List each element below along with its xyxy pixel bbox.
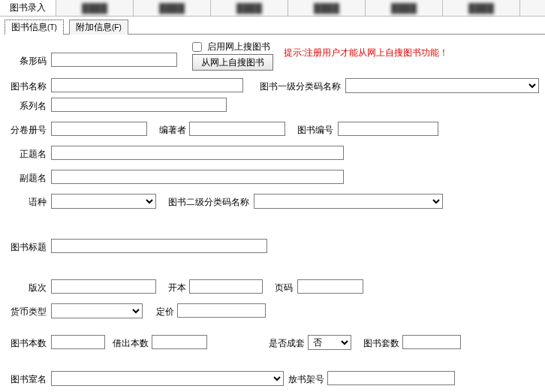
input-barcode[interactable] [51, 53, 177, 67]
label-bookname: 图书名称 [5, 80, 47, 93]
top-tab-active-label: 图书录入 [10, 2, 46, 14]
form-area: 启用网上搜图书 从网上自搜图书 提示:注册用户才能从网上自搜图书功能！ 条形码 … [0, 36, 545, 392]
label-room: 图书室名 [5, 372, 47, 386]
top-tab-blur[interactable]: ████ [366, 0, 443, 16]
input-pages[interactable] [297, 279, 363, 294]
label-barcode: 条形码 [5, 54, 47, 68]
input-bookno[interactable] [338, 122, 438, 136]
select-cat2[interactable] [254, 194, 443, 209]
label-lent: 借出本数 [111, 336, 149, 350]
tab-extra-info[interactable]: 附加信息(F) [69, 20, 128, 35]
select-currency[interactable] [51, 303, 143, 318]
label-series: 系列名 [5, 99, 47, 113]
input-volno[interactable] [51, 122, 147, 136]
top-tab-blur[interactable]: ████ [134, 0, 211, 16]
top-tab-bar: 图书录入 ████ ████ ████ ████ ████ ████ [0, 0, 545, 17]
enable-online-search-checkbox-wrap[interactable]: 启用网上搜图书 [192, 41, 270, 53]
tab-book-info-label: 图书信息 [11, 22, 47, 32]
select-isset[interactable]: 否 [308, 335, 351, 350]
input-format[interactable] [189, 279, 263, 294]
input-author[interactable] [189, 122, 285, 136]
input-copies[interactable] [51, 335, 105, 349]
label-author: 编著者 [153, 123, 186, 137]
input-shelf[interactable] [327, 371, 455, 385]
input-edition[interactable] [51, 279, 156, 294]
label-language: 语种 [11, 195, 47, 209]
label-shelf: 放书架号 [287, 372, 324, 386]
tab-extra-info-key: (F) [112, 23, 122, 32]
tab-extra-info-label: 附加信息 [76, 22, 112, 32]
label-volno: 分卷册号 [5, 123, 47, 137]
label-title-proper: 正题名 [5, 147, 47, 161]
select-cat1[interactable] [345, 78, 539, 93]
label-isset: 是否成套 [263, 336, 305, 350]
enable-online-search-label: 启用网上搜图书 [207, 41, 270, 52]
label-price: 定价 [150, 305, 174, 318]
input-price[interactable] [177, 303, 266, 318]
tab-book-info[interactable]: 图书信息(T) [5, 20, 64, 35]
input-bookname[interactable] [51, 78, 243, 92]
label-subtitle: 副题名 [5, 171, 47, 185]
input-subtitle[interactable] [51, 170, 344, 184]
label-cat2: 图书二级分类码名称 [159, 195, 249, 209]
label-currency: 货币类型 [5, 305, 47, 318]
label-format: 开本 [162, 281, 186, 294]
enable-online-search-checkbox[interactable] [192, 42, 202, 52]
input-lent[interactable] [152, 335, 207, 349]
online-search-button[interactable]: 从网上自搜图书 [192, 54, 273, 71]
inner-tab-row: 图书信息(T) 附加信息(F) [5, 20, 545, 35]
hint-text: 提示:注册用户才能从网上自搜图书功能！ [284, 47, 448, 59]
top-tab-blur[interactable]: ████ [288, 0, 366, 16]
label-setcount: 图书套数 [357, 336, 399, 350]
select-language[interactable] [51, 194, 156, 209]
select-room[interactable] [51, 371, 284, 386]
input-setcount[interactable] [402, 335, 461, 349]
input-title-proper[interactable] [51, 146, 344, 160]
label-cat1: 图书一级分类码名称 [251, 80, 341, 93]
input-booktitle[interactable] [51, 239, 267, 253]
label-booktitle: 图书标题 [5, 240, 47, 254]
tab-book-info-key: (T) [47, 23, 57, 32]
online-search-button-label: 从网上自搜图书 [201, 57, 264, 68]
label-edition: 版次 [11, 281, 47, 294]
top-tab-blur[interactable]: ████ [56, 0, 134, 16]
label-bookno: 图书编号 [291, 123, 333, 137]
top-tab-active[interactable]: 图书录入 [0, 0, 56, 16]
input-series[interactable] [51, 98, 227, 112]
label-copies: 图书本数 [5, 336, 47, 350]
top-tab-blur[interactable]: ████ [443, 0, 520, 16]
top-tab-blur[interactable]: ████ [211, 0, 288, 16]
label-pages: 页码 [269, 281, 293, 294]
